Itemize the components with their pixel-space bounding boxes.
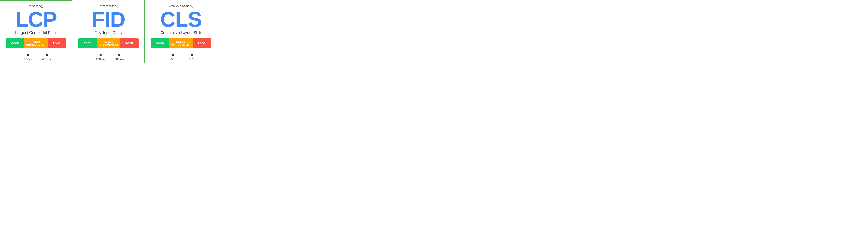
fid-marker-1: 100 ms	[96, 54, 105, 61]
lcp-marker-1: 2.5 sec	[24, 54, 33, 61]
lcp-acronym: LCP	[15, 9, 57, 30]
cls-acronym: CLS	[160, 9, 202, 30]
fid-bar-container: GOOD NEEDSIMPROVEMENT POOR	[78, 38, 139, 49]
cls-panel: (Visual Stability) CLS Cumulative Layout…	[145, 0, 217, 63]
fid-marker-label-2: 300 ms	[115, 57, 124, 61]
lcp-marker-2: 4.0 sec	[42, 54, 52, 61]
cls-marker-dot-1	[172, 54, 174, 56]
cls-marker-2: 0.25	[189, 54, 195, 61]
lcp-marker-dot-1	[27, 54, 29, 56]
fid-marker-dot-2	[118, 54, 120, 56]
fid-bar: GOOD NEEDSIMPROVEMENT POOR	[78, 38, 139, 49]
cls-marker-label-2: 0.25	[189, 57, 195, 61]
top-border-lcp	[0, 0, 72, 1]
lcp-marker-label-2: 4.0 sec	[42, 57, 52, 61]
lcp-bar-needs: NEEDSIMPROVEMENT	[24, 38, 48, 49]
cls-marker-1: 0.1	[171, 54, 175, 61]
fid-acronym: FID	[92, 9, 125, 30]
fid-markers: 100 ms 300 ms	[78, 54, 139, 59]
cls-marker-dot-2	[191, 54, 193, 56]
fid-marker-label-1: 100 ms	[96, 57, 105, 61]
lcp-marker-label-1: 2.5 sec	[24, 57, 33, 61]
fid-marker-2: 300 ms	[115, 54, 124, 61]
fid-panel: (Interactivity) FID First Input Delay GO…	[72, 0, 145, 63]
cls-bar-good: GOOD	[151, 38, 169, 49]
cls-bar-needs: NEEDSIMPROVEMENT	[169, 38, 192, 49]
lcp-marker-dot-2	[46, 54, 48, 56]
cls-markers: 0.1 0.25	[151, 54, 211, 59]
lcp-bar: GOOD NEEDSIMPROVEMENT POOR	[6, 38, 66, 49]
fid-marker-dot-1	[99, 54, 102, 56]
lcp-bar-container: GOOD NEEDSIMPROVEMENT POOR	[6, 38, 66, 49]
lcp-bar-good: GOOD	[6, 38, 24, 49]
fid-name: First Input Delay	[94, 30, 123, 35]
lcp-bar-poor: POOR	[48, 38, 66, 49]
fid-bar-good: GOOD	[78, 38, 97, 49]
cls-bar-poor: POOR	[192, 38, 211, 49]
fid-bar-poor: POOR	[120, 38, 139, 49]
cls-bar: GOOD NEEDSIMPROVEMENT POOR	[151, 38, 211, 49]
cls-name: Cumulative Layout Shift	[160, 30, 201, 35]
cls-marker-label-1: 0.1	[171, 57, 175, 61]
lcp-name: Largest Contentful Paint	[15, 30, 57, 35]
fid-bar-needs: NEEDSIMPROVEMENT	[97, 38, 120, 49]
cls-bar-container: GOOD NEEDSIMPROVEMENT POOR	[151, 38, 211, 49]
lcp-panel: (Loading) LCP Largest Contentful Paint G…	[0, 0, 72, 63]
lcp-markers: 2.5 sec 4.0 sec	[6, 54, 66, 59]
